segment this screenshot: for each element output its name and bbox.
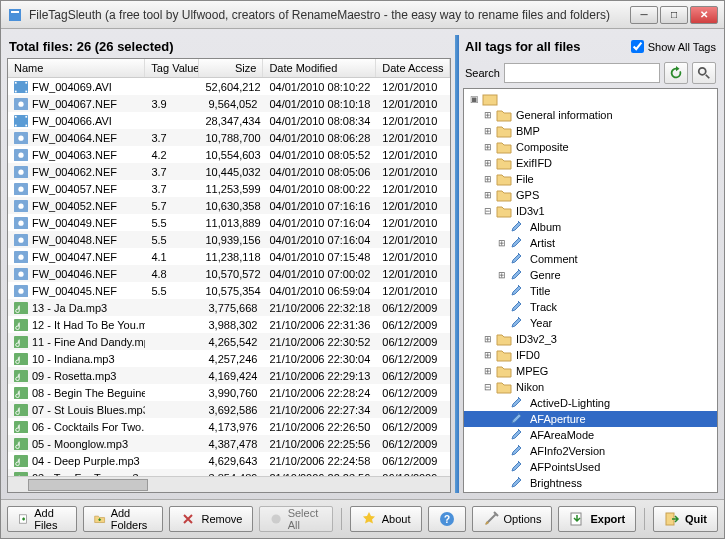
- table-row[interactable]: FW_004064.NEF3.710,788,70004/01/2010 08:…: [8, 129, 450, 146]
- table-row[interactable]: FW_004069.AVI52,604,21204/01/2010 08:10:…: [8, 78, 450, 95]
- table-row[interactable]: FW_004062.NEF3.710,445,03204/01/2010 08:…: [8, 163, 450, 180]
- tree-item[interactable]: ⊞MPEG: [464, 363, 717, 379]
- expand-icon[interactable]: ⊞: [482, 125, 494, 137]
- tree-item[interactable]: ⊞General information: [464, 107, 717, 123]
- expand-icon[interactable]: ⊞: [482, 109, 494, 121]
- add-folders-button[interactable]: Add Folders: [83, 506, 163, 532]
- search-button[interactable]: [692, 62, 716, 84]
- table-row[interactable]: FW_004048.NEF5.510,939,15604/01/2010 07:…: [8, 231, 450, 248]
- tree-label: MPEG: [514, 365, 550, 377]
- table-row[interactable]: FW_004057.NEF3.711,253,59904/01/2010 08:…: [8, 180, 450, 197]
- table-row[interactable]: 13 - Ja Da.mp33,775,66821/10/2006 22:32:…: [8, 299, 450, 316]
- table-row[interactable]: FW_004063.NEF4.210,554,60304/01/2010 08:…: [8, 146, 450, 163]
- maximize-button[interactable]: □: [660, 6, 688, 24]
- table-row[interactable]: 06 - Cocktails For Two.mp34,173,97621/10…: [8, 418, 450, 435]
- refresh-button[interactable]: [664, 62, 688, 84]
- table-row[interactable]: 12 - It Had To Be You.mp33,988,30221/10/…: [8, 316, 450, 333]
- file-size: 10,570,572: [200, 267, 264, 281]
- tag-tree[interactable]: ▣⊞General information⊞BMP⊞Composite⊞Exif…: [463, 88, 718, 493]
- table-row[interactable]: 05 - Moonglow.mp34,387,47821/10/2006 22:…: [8, 435, 450, 452]
- tree-item[interactable]: ⊞ID3v2_3: [464, 331, 717, 347]
- table-row[interactable]: FW_004046.NEF4.810,570,57204/01/2010 07:…: [8, 265, 450, 282]
- export-button[interactable]: Export: [558, 506, 636, 532]
- show-all-tags-checkbox[interactable]: Show All Tags: [631, 40, 716, 53]
- col-size[interactable]: Size: [199, 59, 263, 77]
- expand-icon[interactable]: ⊞: [482, 349, 494, 361]
- minimize-button[interactable]: ─: [630, 6, 658, 24]
- expand-icon[interactable]: ⊞: [482, 157, 494, 169]
- tree-item[interactable]: Album: [464, 219, 717, 235]
- tag-value: 3.7: [145, 131, 199, 145]
- expand-icon[interactable]: ⊞: [482, 333, 494, 345]
- table-row[interactable]: 07 - St Louis Blues.mp33,692,58621/10/20…: [8, 401, 450, 418]
- tree-item[interactable]: ⊞ExifIFD: [464, 155, 717, 171]
- table-row[interactable]: FW_004066.AVI28,347,43404/01/2010 08:08:…: [8, 112, 450, 129]
- collapse-icon[interactable]: ⊟: [482, 381, 494, 393]
- table-row[interactable]: 04 - Deep Purple.mp34,629,64321/10/2006 …: [8, 452, 450, 469]
- tree-item[interactable]: Year: [464, 315, 717, 331]
- tag-icon: [510, 236, 526, 250]
- options-button[interactable]: Options: [472, 506, 553, 532]
- close-button[interactable]: ✕: [690, 6, 718, 24]
- search-input[interactable]: [504, 63, 660, 83]
- tree-item[interactable]: Comment: [464, 251, 717, 267]
- table-row[interactable]: FW_004067.NEF3.99,564,05204/01/2010 08:1…: [8, 95, 450, 112]
- tree-item[interactable]: AFAreaMode: [464, 427, 717, 443]
- tree-item[interactable]: AFInfo2Version: [464, 443, 717, 459]
- tree-item[interactable]: ⊞File: [464, 171, 717, 187]
- tree-item[interactable]: AFAperture: [464, 411, 717, 427]
- help-icon: ?: [439, 511, 455, 527]
- horizontal-scrollbar[interactable]: [8, 476, 450, 492]
- table-row[interactable]: FW_004045.NEF5.510,575,35404/01/2010 06:…: [8, 282, 450, 299]
- quit-button[interactable]: Quit: [653, 506, 718, 532]
- col-date-modified[interactable]: Date Modified: [263, 59, 376, 77]
- tree-item[interactable]: Brightness: [464, 475, 717, 491]
- about-button[interactable]: About: [350, 506, 422, 532]
- table-row[interactable]: 03 - Tea For Two.mp33,854,48921/10/2006 …: [8, 469, 450, 476]
- expand-icon[interactable]: ⊞: [496, 237, 508, 249]
- add-files-button[interactable]: Add Files: [7, 506, 77, 532]
- svg-rect-11: [15, 124, 17, 126]
- tree-item[interactable]: AFPointsUsed: [464, 459, 717, 475]
- root-icon[interactable]: ▣: [468, 93, 480, 105]
- tree-item[interactable]: Title: [464, 283, 717, 299]
- table-row[interactable]: 11 - Fine And Dandy.mp34,265,54221/10/20…: [8, 333, 450, 350]
- table-row[interactable]: FW_004047.NEF4.111,238,11804/01/2010 07:…: [8, 248, 450, 265]
- grid-body[interactable]: FW_004069.AVI52,604,21204/01/2010 08:10:…: [8, 78, 450, 476]
- svg-point-23: [18, 203, 23, 208]
- scroll-thumb[interactable]: [28, 479, 148, 491]
- expand-icon[interactable]: ⊞: [482, 141, 494, 153]
- tree-item[interactable]: ⊞GPS: [464, 187, 717, 203]
- col-tag-value[interactable]: Tag Value: [145, 59, 199, 77]
- tree-item[interactable]: ⊞Artist: [464, 235, 717, 251]
- tree-item[interactable]: ⊞Genre: [464, 267, 717, 283]
- tree-item[interactable]: ⊞BMP: [464, 123, 717, 139]
- tree-item[interactable]: ActiveD-Lighting: [464, 395, 717, 411]
- show-all-checkbox[interactable]: [631, 40, 644, 53]
- table-row[interactable]: 08 - Begin The Beguine.mp33,990,76021/10…: [8, 384, 450, 401]
- tree-item[interactable]: ⊞Composite: [464, 139, 717, 155]
- col-date-access[interactable]: Date Access: [376, 59, 450, 77]
- expand-icon[interactable]: ⊞: [482, 173, 494, 185]
- expand-icon[interactable]: ⊞: [482, 365, 494, 377]
- tree-item[interactable]: ColorSpace: [464, 491, 717, 493]
- collapse-icon[interactable]: ⊟: [482, 205, 494, 217]
- table-row[interactable]: FW_004052.NEF5.710,630,35804/01/2010 07:…: [8, 197, 450, 214]
- tree-item[interactable]: ⊟Nikon: [464, 379, 717, 395]
- col-name[interactable]: Name: [8, 59, 145, 77]
- splitter[interactable]: [455, 35, 459, 493]
- date-access: 12/01/2010: [376, 131, 450, 145]
- tree-item[interactable]: ⊞IFD0: [464, 347, 717, 363]
- help-button[interactable]: ?: [428, 506, 466, 532]
- expand-icon[interactable]: ⊞: [482, 189, 494, 201]
- remove-button[interactable]: Remove: [169, 506, 253, 532]
- expand-icon[interactable]: ⊞: [496, 269, 508, 281]
- tree-item[interactable]: ⊟ID3v1: [464, 203, 717, 219]
- tree-item[interactable]: Track: [464, 299, 717, 315]
- titlebar: FileTagSleuth (a free tool by Ulfwood, c…: [1, 1, 724, 29]
- table-row[interactable]: 09 - Rosetta.mp34,169,42421/10/2006 22:2…: [8, 367, 450, 384]
- table-row[interactable]: 10 - Indiana.mp34,257,24621/10/2006 22:3…: [8, 350, 450, 367]
- table-row[interactable]: FW_004049.NEF5.511,013,88904/01/2010 07:…: [8, 214, 450, 231]
- tree-item[interactable]: ▣: [464, 91, 717, 107]
- date-access: 06/12/2009: [376, 352, 450, 366]
